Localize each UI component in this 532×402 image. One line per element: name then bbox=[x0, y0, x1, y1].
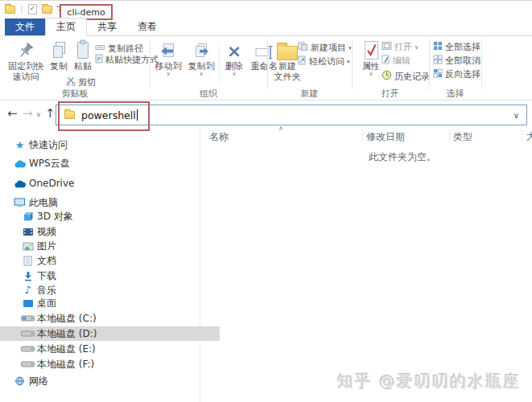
delete-button[interactable]: × 删除 ∨ bbox=[222, 39, 246, 76]
sidebar-item-drive-e[interactable]: 本地磁盘 (E:) bbox=[0, 342, 220, 356]
open-group-label: 打开 bbox=[352, 88, 429, 100]
star-icon: ★ bbox=[13, 140, 27, 150]
pin-to-quick-access-button[interactable]: 固定到快 速访问 bbox=[5, 39, 47, 82]
sidebar-item-this-pc[interactable]: 此电脑 bbox=[0, 195, 212, 210]
sidebar-item-drive-f[interactable]: 本地磁盘 (F:) bbox=[0, 357, 220, 371]
sidebar-item-label: 下载 bbox=[37, 269, 56, 283]
copy-to-button[interactable]: 复制到 ∨ bbox=[185, 39, 217, 76]
sidebar-item-pictures[interactable]: 图片 bbox=[0, 239, 220, 253]
sidebar-item-onedrive[interactable]: OneDrive bbox=[0, 176, 212, 191]
copy-path-icon bbox=[95, 43, 105, 54]
explorer-folder-icon[interactable] bbox=[5, 6, 15, 14]
picture-icon bbox=[21, 242, 35, 251]
watermark: 知乎 @爱叨叨的水瓶座 bbox=[337, 371, 521, 392]
empty-folder-text: 此文件夹为空。 bbox=[369, 150, 436, 164]
select-group-label: 选择 bbox=[429, 88, 481, 100]
move-to-caret-icon: ∨ bbox=[166, 72, 170, 76]
copy-to-caret-icon: ∨ bbox=[199, 72, 203, 76]
sidebar-item-label: 桌面 bbox=[37, 297, 56, 310]
back-icon[interactable]: ← bbox=[7, 108, 18, 120]
easy-access-button[interactable]: 轻松访问 ▾ bbox=[298, 55, 350, 68]
select-none-label: 全部取消 bbox=[445, 55, 480, 67]
tab-file[interactable]: 文件 bbox=[5, 18, 45, 35]
new-group-label: 新建 bbox=[267, 88, 352, 100]
cut-button[interactable]: 剪切 bbox=[66, 76, 96, 88]
titlebar: | ▾ cli-demo bbox=[0, 1, 532, 18]
sidebar-item-videos[interactable]: 视频 bbox=[0, 224, 220, 239]
pin-label-line1: 固定到快 bbox=[8, 61, 43, 72]
drive-icon bbox=[21, 345, 35, 353]
history-button[interactable]: 历史记录 bbox=[381, 70, 430, 83]
delete-caret-icon: ∨ bbox=[232, 72, 236, 76]
paste-icon bbox=[76, 39, 90, 60]
paste-button[interactable]: 粘贴 bbox=[71, 39, 95, 72]
select-all-label: 全部选择 bbox=[445, 41, 480, 53]
sidebar-item-label: WPS云盘 bbox=[29, 157, 70, 170]
column-header-type[interactable]: 类型 bbox=[453, 130, 472, 144]
column-header-size[interactable]: 大小 bbox=[526, 130, 532, 144]
edit-button[interactable]: 编辑 bbox=[381, 55, 410, 67]
select-none-button[interactable]: 全部取消 bbox=[433, 55, 480, 67]
sidebar-item-network[interactable]: 网络 bbox=[0, 374, 212, 388]
column-header-date[interactable]: 修改日期 bbox=[366, 130, 405, 144]
pin-icon bbox=[18, 39, 34, 60]
address-input[interactable]: powershell bbox=[81, 109, 136, 121]
window-title: cli-demo bbox=[67, 7, 105, 18]
network-icon bbox=[13, 376, 27, 386]
tab-home[interactable]: 主页 bbox=[45, 18, 87, 36]
tab-share[interactable]: 共享 bbox=[87, 18, 127, 35]
select-all-icon bbox=[433, 41, 443, 53]
sidebar-item-drive-d[interactable]: 本地磁盘 (D:) bbox=[0, 326, 220, 341]
paste-shortcut-label: 粘贴快捷方式 bbox=[105, 54, 159, 66]
select-none-icon bbox=[433, 55, 443, 67]
sidebar-item-label: 音乐 bbox=[37, 284, 56, 297]
properties-qat-icon[interactable] bbox=[28, 4, 37, 14]
sidebar-item-label: 本地磁盘 (F:) bbox=[37, 358, 94, 371]
up-icon[interactable]: ↑ bbox=[45, 108, 56, 120]
drive-icon bbox=[21, 330, 35, 338]
ribbon: 固定到快 速访问 复制 粘贴 剪切 复制路径 bbox=[0, 36, 532, 100]
sidebar-item-3d-objects[interactable]: 3D 对象 bbox=[0, 209, 220, 224]
copy-button[interactable]: 复制 bbox=[47, 39, 71, 72]
recent-locations-icon[interactable]: ∨ bbox=[36, 111, 41, 118]
address-bar[interactable]: powershell ∨ bbox=[56, 105, 527, 125]
sidebar-item-wps-cloud[interactable]: WPS云盘 bbox=[0, 156, 212, 170]
open-button[interactable]: 打开 ∨ bbox=[381, 41, 419, 53]
properties-button[interactable]: 属性 ∨ bbox=[357, 39, 385, 76]
drive-icon bbox=[21, 360, 35, 368]
organize-group-label: 组织 bbox=[150, 88, 267, 100]
tab-view[interactable]: 查看 bbox=[127, 18, 167, 35]
sidebar-item-downloads[interactable]: 下载 bbox=[0, 269, 220, 283]
copy-path-button[interactable]: 复制路径 bbox=[95, 43, 143, 55]
sidebar-item-documents[interactable]: 文档 bbox=[0, 253, 220, 268]
new-item-button[interactable]: 新建项目 ▾ bbox=[298, 42, 352, 54]
sidebar-item-label: 本地磁盘 (C:) bbox=[37, 312, 97, 326]
history-icon bbox=[381, 70, 392, 83]
sidebar-item-label: 此电脑 bbox=[29, 196, 58, 210]
new-folder-label-line1: 新建 bbox=[278, 61, 296, 72]
forward-icon[interactable]: → bbox=[23, 108, 33, 120]
clipboard-group-label: 剪贴板 bbox=[0, 88, 150, 100]
open-icon bbox=[381, 41, 392, 53]
address-dropdown-icon[interactable]: ∨ bbox=[513, 111, 519, 120]
move-to-button[interactable]: 移动到 ∨ bbox=[152, 39, 184, 76]
select-all-button[interactable]: 全部选择 bbox=[433, 41, 480, 53]
sidebar-item-label: 本地磁盘 (E:) bbox=[37, 343, 96, 356]
onedrive-cloud-icon bbox=[13, 179, 27, 188]
os-drive-icon bbox=[21, 314, 35, 322]
sidebar-item-quick-access[interactable]: ★ 快速访问 bbox=[0, 137, 212, 152]
open-label: 打开 bbox=[394, 41, 412, 53]
properties-icon bbox=[364, 39, 379, 60]
cloud-icon bbox=[13, 159, 27, 168]
edit-label: 编辑 bbox=[393, 55, 410, 67]
new-folder-qat-icon[interactable] bbox=[42, 6, 52, 14]
desktop-icon bbox=[21, 299, 35, 308]
column-header-name[interactable]: 名称 bbox=[209, 130, 229, 144]
invert-selection-button[interactable]: 反向选择 bbox=[433, 68, 480, 80]
sidebar-item-drive-c[interactable]: 本地磁盘 (C:) bbox=[0, 311, 220, 326]
invert-selection-label: 反向选择 bbox=[445, 68, 480, 80]
sort-ascending-icon: ∧ bbox=[278, 125, 283, 132]
edit-icon bbox=[381, 55, 390, 67]
new-item-caret-icon: ▾ bbox=[348, 46, 352, 51]
sidebar-item-desktop[interactable]: 桌面 bbox=[0, 296, 220, 310]
